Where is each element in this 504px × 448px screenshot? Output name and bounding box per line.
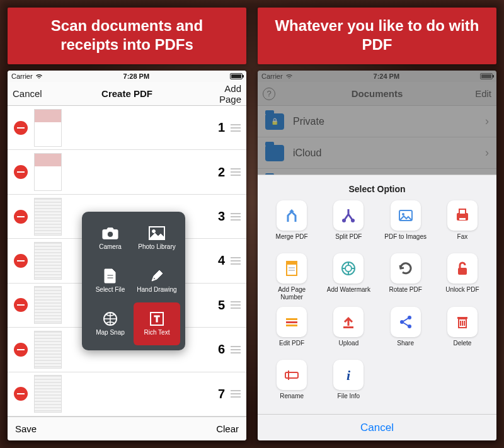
option-share[interactable]: Share — [379, 307, 432, 353]
right-panel: Whatever you like to do with PDF Carrier… — [258, 8, 496, 440]
sheet-cancel-button[interactable]: Cancel — [258, 414, 496, 440]
delete-icon — [447, 307, 478, 337]
save-button[interactable]: Save — [15, 423, 37, 434]
sheet-title: Select Option — [263, 180, 491, 200]
option-unlock-pdf[interactable]: Unlock PDF — [436, 253, 489, 301]
svg-rect-25 — [343, 326, 353, 328]
delete-row-button[interactable] — [14, 121, 28, 135]
page-number: 2 — [62, 165, 231, 180]
merge-icon — [277, 200, 307, 231]
svg-rect-13 — [459, 209, 466, 214]
svg-rect-32 — [288, 370, 289, 380]
page-row[interactable]: 2 — [8, 150, 246, 194]
drag-handle-icon[interactable] — [231, 213, 246, 221]
svg-point-2 — [152, 230, 156, 233]
menu-item-label: Rich Text — [144, 329, 170, 336]
option-edit-pdf[interactable]: Edit PDF — [265, 307, 318, 353]
left-banner: Scan documents and receipts into PDFs — [8, 8, 246, 64]
option-rotate-pdf[interactable]: Rotate PDF — [379, 253, 432, 301]
option-file-info[interactable]: i File Info — [322, 360, 375, 406]
menu-item-label: Camera — [99, 243, 122, 250]
option-label: PDF to Images — [384, 233, 427, 247]
info-icon: i — [333, 360, 364, 390]
option-add-watermark[interactable]: Add Watermark — [322, 253, 375, 301]
option-label: Fax — [457, 233, 468, 247]
page-row[interactable]: 7 — [8, 372, 246, 416]
svg-point-20 — [345, 265, 352, 272]
option-pdf-to-images[interactable]: PDF to Images — [379, 200, 432, 247]
svg-rect-18 — [289, 270, 295, 271]
svg-rect-21 — [458, 268, 467, 275]
page-row[interactable]: 1 — [8, 106, 246, 150]
svg-rect-14 — [459, 218, 466, 220]
delete-row-button[interactable] — [14, 210, 28, 224]
drag-handle-icon[interactable] — [231, 168, 246, 176]
menu-item-map-snap[interactable]: Map Snap — [87, 302, 134, 345]
option-fax[interactable]: Fax — [436, 200, 489, 247]
add-page-button[interactable]: Add Page — [201, 83, 246, 105]
wifi-icon — [35, 73, 43, 79]
cancel-button[interactable]: Cancel — [8, 88, 53, 99]
menu-item-select-file[interactable]: Select File — [87, 260, 134, 302]
option-add-page-number[interactable]: Add Page Number — [265, 253, 318, 301]
svg-rect-23 — [286, 321, 297, 323]
page-thumbnail[interactable] — [34, 331, 62, 369]
menu-item-camera[interactable]: Camera — [87, 217, 134, 260]
svg-rect-3 — [107, 275, 113, 276]
svg-rect-22 — [286, 318, 297, 320]
page-title: Create PDF — [53, 88, 201, 99]
svg-rect-31 — [285, 372, 298, 378]
split-icon — [333, 200, 364, 231]
rename-icon — [277, 360, 307, 390]
drag-handle-icon[interactable] — [231, 390, 246, 398]
option-label: Share — [397, 340, 414, 353]
delete-row-button[interactable] — [14, 165, 28, 179]
add-source-menu: CameraPhoto LibrarySelect FileHand Drawi… — [82, 212, 185, 350]
drag-handle-icon[interactable] — [231, 301, 246, 309]
svg-text:T: T — [154, 314, 160, 324]
delete-row-button[interactable] — [14, 343, 28, 357]
status-bar: Carrier 7:28 PM — [8, 71, 246, 82]
delete-row-button[interactable] — [14, 254, 28, 268]
option-delete[interactable]: Delete — [436, 307, 489, 353]
carrier-label: Carrier — [11, 72, 33, 80]
option-label: File Info — [338, 393, 360, 406]
drag-handle-icon[interactable] — [231, 257, 246, 265]
edit-pdf-icon — [277, 307, 307, 337]
rich-text-icon: T — [149, 312, 165, 326]
option-label: Rename — [280, 393, 304, 406]
menu-item-photo-library[interactable]: Photo Library — [134, 217, 180, 260]
svg-rect-4 — [107, 277, 113, 279]
option-label: Merge PDF — [276, 233, 308, 247]
option-label: Unlock PDF — [445, 286, 479, 300]
svg-rect-24 — [286, 325, 297, 326]
delete-row-button[interactable] — [14, 387, 28, 401]
menu-item-label: Hand Drawing — [137, 286, 176, 293]
page-thumbnail[interactable] — [34, 242, 62, 280]
option-merge-pdf[interactable]: Merge PDF — [265, 200, 318, 247]
svg-rect-17 — [289, 267, 295, 268]
menu-item-label: Select File — [96, 286, 125, 293]
page-thumbnail[interactable] — [34, 153, 62, 191]
action-sheet: Select Option Merge PDF Split PDF PDF to… — [258, 175, 496, 440]
menu-item-label: Photo Library — [138, 243, 175, 250]
battery-icon — [230, 73, 243, 79]
option-split-pdf[interactable]: Split PDF — [322, 200, 375, 247]
page-thumbnail[interactable] — [34, 286, 62, 324]
drag-handle-icon[interactable] — [231, 346, 246, 353]
page-thumbnail[interactable] — [34, 375, 62, 413]
menu-item-hand-drawing[interactable]: Hand Drawing — [134, 260, 180, 302]
menu-item-rich-text[interactable]: TRich Text — [134, 302, 180, 345]
unlock-icon — [447, 253, 478, 284]
option-label: Upload — [339, 340, 359, 353]
svg-point-11 — [402, 213, 404, 215]
drag-handle-icon[interactable] — [231, 124, 246, 132]
delete-row-button[interactable] — [14, 298, 28, 312]
page-thumbnail[interactable] — [34, 109, 62, 147]
left-phone: Carrier 7:28 PM Cancel Create PDF Add Pa… — [8, 71, 246, 440]
page-thumbnail[interactable] — [34, 198, 62, 236]
option-rename[interactable]: Rename — [265, 360, 318, 406]
option-upload[interactable]: Upload — [322, 307, 375, 353]
clear-button[interactable]: Clear — [216, 423, 239, 434]
camera-icon — [102, 226, 118, 240]
